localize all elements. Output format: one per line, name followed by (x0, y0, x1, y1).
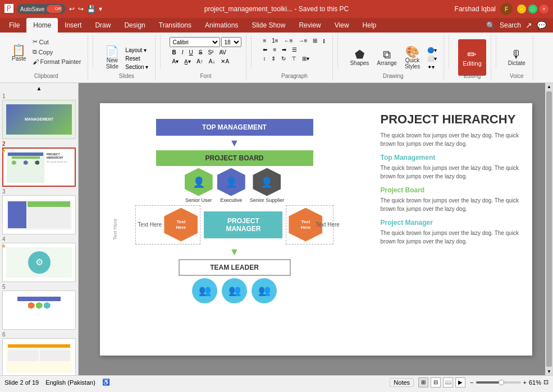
scroll-up-button[interactable]: ▲ (2, 85, 76, 91)
save-icon[interactable]: 💾 (87, 5, 95, 13)
reset-button[interactable]: Reset (123, 55, 150, 62)
new-slide-button[interactable]: 📄 New Slide (102, 39, 122, 76)
justify-button[interactable]: ☰ (290, 46, 299, 53)
format-painter-button[interactable]: 🖌 Format Painter (30, 57, 84, 66)
convert-smartart-button[interactable]: ⊞▾ (300, 55, 312, 62)
layout-button[interactable]: Layout ▾ (123, 47, 150, 54)
copy-button[interactable]: ⧉ Copy (30, 47, 84, 57)
tab-help[interactable]: Help (356, 18, 383, 33)
canvas-scrollbar[interactable]: ▲ ▼ (545, 83, 553, 375)
zoom-out-button[interactable]: − (470, 379, 473, 386)
shapes-button[interactable]: ⬟ Shapes (347, 39, 372, 76)
tab-insert[interactable]: Insert (58, 18, 88, 33)
font-size-select[interactable]: 18 (221, 37, 241, 47)
font-family-select[interactable]: Calibri (170, 37, 220, 47)
hierarchy-container: TOP MANAGEMENT ▼ PROJECT BOARD 👤 Senior … (111, 114, 358, 303)
align-center-button[interactable]: ≡ (271, 46, 278, 53)
shape-effects-button[interactable]: ✦▾ (425, 63, 439, 71)
dropdown-icon[interactable]: ▾ (99, 5, 102, 13)
search-icon: 🔍 (486, 21, 495, 30)
slide-thumb-4[interactable]: 4 ★ ⚙ (2, 236, 76, 282)
underline-button[interactable]: U (186, 49, 195, 56)
fit-slide-button[interactable]: ⊡ (543, 379, 549, 386)
close-button[interactable]: × (540, 4, 549, 13)
highlight-button[interactable]: A̲▾ (182, 58, 193, 65)
tab-slideshow[interactable]: Slide Show (245, 18, 292, 33)
maximize-button[interactable]: □ (528, 4, 537, 13)
editing-button[interactable]: ✏ Editing (458, 39, 486, 76)
reading-view-icon[interactable]: 📖 (443, 377, 453, 388)
section-2-heading: Project Board (381, 186, 521, 194)
align-right-button[interactable]: ➡ (280, 46, 289, 53)
tab-animations[interactable]: Animations (198, 18, 245, 33)
project-manager-row: Text Here TextHere PROJECT MANAGER (135, 205, 334, 245)
window-controls[interactable]: ─ □ × (517, 4, 549, 13)
slide-thumb-3[interactable]: 3 (2, 188, 76, 234)
shadow-button[interactable]: S² (205, 49, 216, 56)
zoom-slider[interactable] (476, 381, 521, 384)
share-icon[interactable]: ↗ (525, 21, 532, 30)
charspacing-button[interactable]: AV (217, 49, 228, 56)
shape-outline-button[interactable]: ⬜▾ (425, 55, 439, 62)
autosave-toggle[interactable] (47, 5, 62, 13)
increase-font-button[interactable]: A↑ (194, 58, 205, 65)
slide-thumb-2[interactable]: 2 ★ PROJECT HIERARCHY Th (2, 141, 76, 187)
tab-draw[interactable]: Draw (88, 18, 117, 33)
align-text-button[interactable]: ⊤ (289, 55, 299, 62)
fontcolor-button[interactable]: A▾ (170, 58, 181, 65)
comments-icon[interactable]: 💬 (537, 21, 546, 30)
scrollbar-up[interactable]: ▲ (546, 83, 552, 90)
search-label[interactable]: Search (500, 21, 521, 29)
line-spacing-button[interactable]: ↕ (260, 55, 268, 62)
paste-button[interactable]: 📋 Paste (9, 35, 29, 71)
ribbon-group-slides: 📄 New Slide Layout ▾ Reset Section ▾ Sli… (98, 35, 156, 80)
arrange-button[interactable]: ⧉ Arrange (374, 39, 400, 76)
shape-fill-button[interactable]: 🔵▾ (425, 47, 439, 54)
scrollbar-down[interactable]: ▼ (546, 368, 552, 375)
slide-thumb-5[interactable]: 5 (2, 284, 76, 330)
increase-indent-button[interactable]: →≡ (296, 37, 310, 44)
app-logo: 🅿 (4, 4, 13, 14)
tab-review[interactable]: Review (292, 18, 327, 33)
decrease-font-button[interactable]: A↓ (207, 58, 218, 65)
strikethrough-button[interactable]: S (196, 49, 205, 56)
minimize-button[interactable]: ─ (517, 4, 526, 13)
text-direction-button[interactable]: ↻ (279, 55, 288, 62)
cut-button[interactable]: ✂ Cut (30, 37, 84, 47)
ribbon-tabs: File Home Insert Draw Design Transitions… (0, 18, 553, 33)
hierarchy-title: PROJECT HIERARCHY (381, 112, 521, 127)
paragraph-spacing-button[interactable]: ⇕ (269, 55, 278, 62)
bold-button[interactable]: B (170, 49, 178, 56)
redo-icon[interactable]: ↪ (78, 5, 84, 13)
columns-button[interactable]: ⫿ (321, 37, 328, 44)
quick-styles-button[interactable]: 🎨 Quick Styles (402, 39, 423, 76)
decrease-indent-button[interactable]: ←≡ (282, 37, 295, 44)
undo-icon[interactable]: ↩ (69, 5, 75, 13)
zoom-bar: − + 61% ⊡ (470, 379, 549, 386)
slide-sorter-icon[interactable]: ⊟ (431, 377, 441, 388)
zoom-thumb[interactable] (499, 380, 504, 385)
slide-thumb-6[interactable]: 6 (2, 331, 76, 375)
accessibility-icon: ♿ (102, 379, 110, 386)
notes-button[interactable]: Notes (390, 378, 414, 387)
italic-button[interactable]: I (180, 49, 186, 56)
align-left-button[interactable]: ⬅ (260, 46, 269, 53)
tab-file[interactable]: File (2, 18, 26, 33)
bullets-button[interactable]: ≡ (260, 37, 268, 44)
tab-transitions[interactable]: Transitions (152, 18, 198, 33)
slideshow-icon[interactable]: ▶ (455, 377, 465, 388)
numbering-button[interactable]: 1≡ (269, 37, 280, 44)
tab-view[interactable]: View (328, 18, 356, 33)
scrollbar-thumb[interactable] (546, 91, 552, 367)
smart-art-button[interactable]: ⊞ (310, 37, 319, 44)
clear-format-button[interactable]: ✕A (218, 58, 231, 65)
normal-view-icon[interactable]: ⊞ (418, 377, 428, 388)
section-button[interactable]: Section ▾ (123, 63, 150, 71)
slide-canvas[interactable]: Text Here TOP MANAGEMENT ▼ PROJECT BOARD… (100, 103, 532, 356)
tab-home[interactable]: Home (26, 18, 58, 33)
team-icon-3: 👥 (252, 278, 277, 303)
zoom-in-button[interactable]: + (523, 379, 527, 386)
tab-design[interactable]: Design (117, 18, 152, 33)
dictate-button[interactable]: 🎙 Dictate (505, 39, 528, 76)
slide-thumb-1[interactable]: 1 MANAGEMENT (2, 93, 76, 139)
